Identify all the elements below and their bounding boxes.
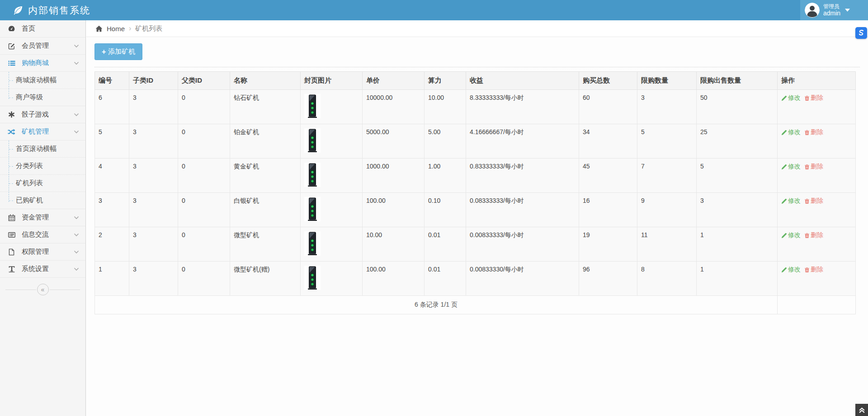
delete-link[interactable]: 删除 [804, 266, 823, 274]
chevron-down-icon [74, 233, 79, 237]
delete-link[interactable]: 删除 [804, 197, 823, 205]
table-row: 630钻石矿机10000.0010.008.33333333/每小时60350修… [95, 90, 856, 124]
sidebar-subitem-label: 商户等级 [16, 93, 43, 102]
delete-link[interactable]: 删除 [804, 94, 823, 102]
miners-table: 编号子类ID父类ID名称封页图片单价算力收益购买总数限购数量限购出售数量操作 6… [94, 71, 856, 314]
cell-power: 1.00 [425, 159, 466, 193]
miner-machine-image [304, 163, 321, 187]
add-miner-button[interactable]: +添加矿机 [94, 43, 142, 60]
cell-name: 微型矿机(赠) [230, 262, 301, 296]
trash-icon [804, 164, 810, 170]
leaf-icon [13, 5, 24, 16]
table-footer-summary: 6 条记录 1/1 页 [95, 296, 778, 314]
miner-machine-image [304, 94, 321, 118]
edit-link[interactable]: 修改 [781, 94, 801, 102]
cell-sub_id: 3 [129, 124, 178, 159]
chevron-down-icon [74, 61, 79, 65]
cell-income: 4.16666667/每小时 [466, 124, 579, 159]
table-header-row: 编号子类ID父类ID名称封页图片单价算力收益购买总数限购数量限购出售数量操作 [95, 72, 856, 90]
sidebar-collapse-row: « [0, 284, 85, 295]
pencil-icon [781, 267, 787, 273]
edit-label: 修改 [788, 163, 801, 171]
sidebar-item-mall[interactable]: 购物商城 [0, 55, 85, 72]
cell-sub_id: 3 [129, 227, 178, 262]
sidebar-item-permissions[interactable]: 权限管理 [0, 243, 85, 261]
sidebar-item-dice-game[interactable]: 骰子游戏 [0, 106, 85, 123]
trash-icon [804, 95, 810, 101]
cell-power: 0.10 [425, 193, 466, 227]
sidebar-subitem-merchant-level[interactable]: 商户等级 [0, 89, 85, 106]
sidebar-item-label: 购物商城 [22, 59, 74, 67]
delete-label: 删除 [811, 94, 823, 102]
cell-parent_id: 0 [178, 227, 230, 262]
column-header: 封页图片 [301, 72, 363, 90]
column-header: 算力 [425, 72, 466, 90]
column-header: 限购数量 [637, 72, 697, 90]
edit-icon [7, 42, 16, 50]
sidebar-subitem-label: 分类列表 [16, 162, 43, 170]
sidebar-item-messages[interactable]: 信息交流 [0, 226, 85, 243]
sidebar-item-label: 骰子游戏 [22, 110, 74, 119]
edit-label: 修改 [788, 231, 801, 239]
cell-name: 铂金矿机 [230, 124, 301, 159]
cell-id: 5 [95, 124, 129, 159]
cell-limit_buy: 5 [637, 124, 697, 159]
breadcrumb-home[interactable]: Home [107, 25, 125, 33]
sidebar-subitem-category-list[interactable]: 分类列表 [0, 158, 85, 175]
cell-power: 0.01 [425, 262, 466, 296]
sidebar-menu: 首页会员管理购物商城商城滚动横幅商户等级骰子游戏矿机管理首页滚动横幅分类列表矿机… [0, 20, 85, 278]
cover-image-cell [301, 227, 363, 262]
cell-bought: 60 [579, 90, 637, 124]
delete-link[interactable]: 删除 [804, 128, 823, 136]
chevron-down-icon [74, 216, 79, 220]
cell-name: 钻石矿机 [230, 90, 301, 124]
floating-widget-icon[interactable] [855, 27, 867, 39]
collapse-sidebar-button[interactable]: « [37, 284, 49, 295]
edit-link[interactable]: 修改 [781, 231, 801, 239]
user-menu[interactable]: 管理员 admin [800, 0, 868, 20]
cell-id: 6 [95, 90, 129, 124]
sidebar-subitem-miner-list[interactable]: 矿机列表 [0, 175, 85, 192]
trash-icon [804, 267, 810, 273]
breadcrumb-separator: › [129, 24, 131, 33]
cell-limit_buy: 9 [637, 193, 697, 227]
calendar-icon [7, 214, 16, 221]
delete-label: 删除 [811, 163, 823, 171]
delete-link[interactable]: 删除 [804, 163, 823, 171]
delete-link[interactable]: 删除 [804, 231, 823, 239]
sidebar-item-funds[interactable]: 资金管理 [0, 209, 85, 226]
sidebar-subitem-purchased-miners[interactable]: 已购矿机 [0, 192, 85, 209]
cell-sub_id: 3 [129, 193, 178, 227]
edit-link[interactable]: 修改 [781, 197, 801, 205]
sidebar-subitem-home-banner[interactable]: 首页滚动横幅 [0, 140, 85, 158]
asterisk-icon [7, 111, 16, 118]
cell-parent_id: 0 [178, 262, 230, 296]
cell-power: 10.00 [425, 90, 466, 124]
cell-limit_sell: 1 [697, 227, 778, 262]
cell-limit_sell: 5 [697, 159, 778, 193]
dashboard-icon [7, 25, 16, 33]
chevrons-up-icon [859, 407, 865, 413]
back-to-top-button[interactable] [855, 404, 868, 416]
sidebar-item-settings[interactable]: 系统设置 [0, 261, 85, 278]
edit-link[interactable]: 修改 [781, 163, 801, 171]
sidebar-item-miner-admin[interactable]: 矿机管理 [0, 123, 85, 140]
bulletin-icon [7, 231, 16, 238]
table-row: 530铂金矿机5000.005.004.16666667/每小时34525修改删… [95, 124, 856, 159]
cell-name: 微型矿机 [230, 227, 301, 262]
sidebar-item-members[interactable]: 会员管理 [0, 37, 85, 55]
sidebar-subitem-mall-banner[interactable]: 商城滚动横幅 [0, 72, 85, 89]
edit-link[interactable]: 修改 [781, 266, 801, 274]
user-role: 管理员 [823, 4, 840, 10]
text-icon [7, 266, 16, 273]
cell-parent_id: 0 [178, 90, 230, 124]
trash-icon [804, 233, 810, 238]
cell-id: 4 [95, 159, 129, 193]
cell-power: 5.00 [425, 124, 466, 159]
cell-income: 8.33333333/每小时 [466, 90, 579, 124]
edit-link[interactable]: 修改 [781, 128, 801, 136]
cell-parent_id: 0 [178, 124, 230, 159]
sidebar-item-home[interactable]: 首页 [0, 20, 85, 37]
add-miner-label: 添加矿机 [108, 47, 135, 56]
breadcrumb: Home › 矿机列表 [86, 20, 868, 37]
